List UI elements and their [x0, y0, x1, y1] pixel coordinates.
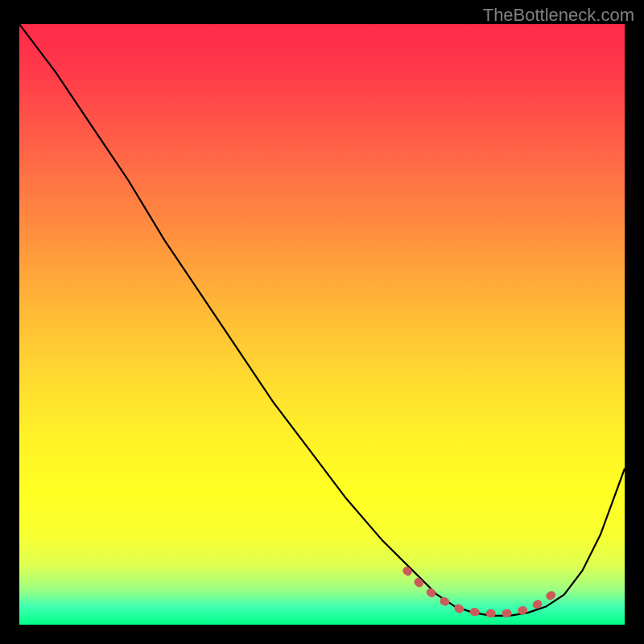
chart-svg: [19, 24, 625, 625]
attribution-label: TheBottleneck.com: [483, 5, 634, 26]
chart-plot-area: [19, 24, 625, 625]
curve-line: [19, 24, 625, 616]
highlight-segment: [407, 571, 552, 614]
